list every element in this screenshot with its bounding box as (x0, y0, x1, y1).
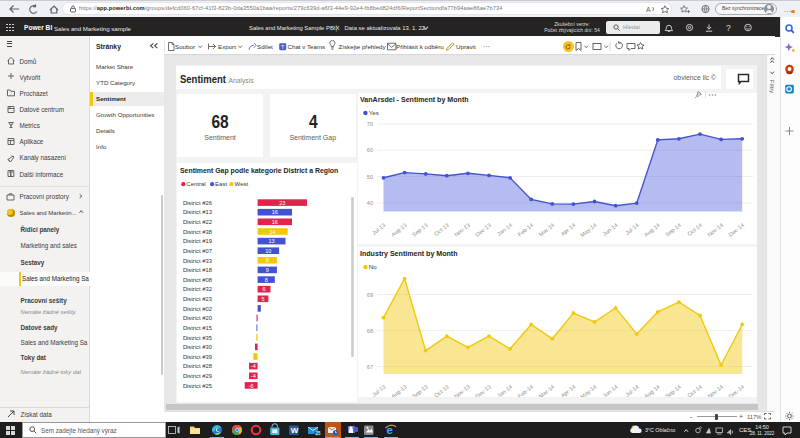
svg-text:W: W (291, 426, 299, 435)
svg-text:District #02: District #02 (183, 306, 212, 312)
svg-text:Aug-14: Aug-14 (643, 222, 661, 238)
svg-text:-4: -4 (251, 363, 256, 369)
svg-text:Mar-14: Mar-14 (538, 222, 556, 238)
svg-text:No: No (369, 263, 377, 270)
svg-text:-4: -4 (251, 373, 256, 379)
svg-text:May-14: May-14 (579, 384, 597, 397)
svg-text:?: ? (726, 23, 731, 33)
svg-text:69: 69 (367, 292, 373, 298)
svg-text:Mar-14: Mar-14 (538, 384, 556, 397)
svg-text:9: 9 (266, 267, 269, 273)
svg-text:Aug-13: Aug-13 (390, 222, 408, 238)
svg-text:Jan-14: Jan-14 (496, 384, 513, 397)
svg-text:Jul-13: Jul-13 (371, 384, 387, 397)
svg-text:District #35: District #35 (183, 335, 212, 341)
svg-text:District #23: District #23 (183, 296, 212, 302)
svg-text:Sep-14: Sep-14 (664, 222, 682, 238)
svg-text:District #26: District #26 (183, 200, 212, 206)
svg-text:68: 68 (367, 328, 373, 334)
svg-text:5: 5 (261, 296, 264, 302)
svg-text:A: A (646, 6, 651, 13)
svg-text:-6: -6 (249, 383, 254, 389)
svg-text:Jul-14: Jul-14 (624, 222, 640, 236)
svg-text:Apr-14: Apr-14 (560, 384, 577, 397)
svg-text:Sep-13: Sep-13 (411, 222, 429, 238)
svg-text:Dec-13: Dec-13 (474, 384, 492, 397)
svg-text:9: 9 (266, 257, 269, 263)
svg-text:Feb-14: Feb-14 (517, 384, 535, 397)
svg-text:District #19: District #19 (183, 238, 212, 244)
svg-text:Oct-13: Oct-13 (433, 384, 450, 397)
svg-text:Oct-13: Oct-13 (433, 222, 450, 237)
svg-text:50: 50 (367, 174, 373, 180)
svg-text:10: 10 (265, 248, 271, 254)
svg-text:Oct-14: Oct-14 (686, 222, 703, 237)
svg-text:T: T (281, 44, 285, 50)
svg-text:District #13: District #13 (183, 209, 212, 215)
svg-text:Aug-13: Aug-13 (390, 384, 408, 397)
svg-text:Dec-13: Dec-13 (474, 222, 492, 238)
svg-text:Jan-14: Jan-14 (496, 222, 513, 237)
svg-text:Nov-13: Nov-13 (453, 222, 471, 238)
svg-text:Apr-14: Apr-14 (560, 222, 577, 237)
svg-text:Jul-13: Jul-13 (371, 222, 387, 236)
svg-text:District #32: District #32 (183, 286, 212, 292)
svg-text:Yes: Yes (369, 109, 379, 116)
svg-text:District #18: District #18 (183, 267, 212, 273)
svg-text:East: East (215, 181, 227, 187)
svg-text:60: 60 (367, 147, 373, 153)
svg-text:40: 40 (367, 200, 373, 206)
svg-text:13: 13 (269, 238, 275, 244)
svg-text:District #07: District #07 (183, 248, 212, 254)
svg-text:District #38: District #38 (183, 229, 212, 235)
svg-text:Jul-14: Jul-14 (624, 384, 640, 397)
svg-text:District #15: District #15 (183, 325, 212, 331)
svg-text:District #39: District #39 (183, 354, 212, 360)
svg-text:District #33: District #33 (183, 258, 212, 264)
svg-text:25: 25 (315, 431, 321, 436)
svg-text:Jun-14: Jun-14 (602, 384, 619, 397)
svg-text:May-14: May-14 (579, 222, 597, 238)
svg-text:Dec-14: Dec-14 (727, 222, 745, 238)
svg-text:16: 16 (272, 219, 278, 225)
svg-text:District #30: District #30 (183, 344, 212, 350)
svg-text:6: 6 (262, 286, 265, 292)
svg-text:Feb-14: Feb-14 (517, 222, 535, 238)
svg-text:District #20: District #20 (183, 315, 212, 321)
svg-text:District #25: District #25 (183, 383, 212, 389)
svg-text:West: West (235, 181, 249, 187)
svg-text:Aug-14: Aug-14 (643, 384, 661, 397)
svg-text:16: 16 (272, 209, 278, 215)
svg-text:Sentiment Gap podle kategorie: Sentiment Gap podle kategorie District a… (180, 166, 339, 176)
svg-text:23: 23 (279, 200, 285, 206)
svg-text:Sep-14: Sep-14 (664, 384, 682, 397)
svg-text:70: 70 (367, 121, 373, 127)
svg-text:District #22: District #22 (183, 219, 212, 225)
svg-text:District #08: District #08 (183, 277, 212, 283)
svg-text:Dec-14: Dec-14 (727, 384, 745, 397)
svg-text:Jun-14: Jun-14 (602, 222, 619, 237)
svg-text:District #28: District #28 (183, 363, 212, 369)
svg-text:Industry Sentiment by Month: Industry Sentiment by Month (360, 249, 458, 258)
svg-text:67: 67 (367, 364, 373, 370)
svg-text:Nov-14: Nov-14 (706, 384, 724, 397)
svg-text:Nov-14: Nov-14 (706, 222, 724, 238)
svg-text:District #29: District #29 (183, 373, 212, 379)
svg-text:8: 8 (265, 277, 268, 283)
svg-text:Nov-13: Nov-13 (453, 384, 471, 397)
svg-text:Oct-14: Oct-14 (686, 384, 703, 397)
svg-text:Sep-13: Sep-13 (411, 384, 429, 397)
svg-text:VanArsdel - Sentiment by Month: VanArsdel - Sentiment by Month (360, 95, 469, 104)
svg-text:14: 14 (270, 229, 276, 235)
svg-text:Central: Central (186, 181, 205, 187)
